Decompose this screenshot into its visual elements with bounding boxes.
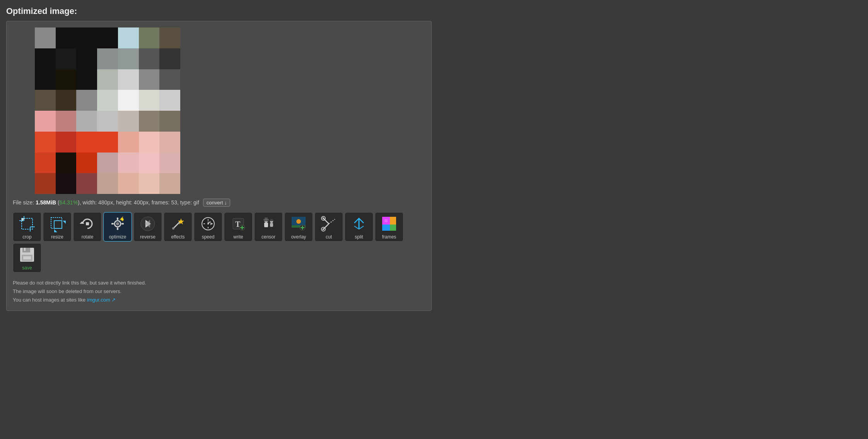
resize-tool-button[interactable]: resize [43,212,72,242]
crop-icon [18,215,36,233]
cut-label: cut [326,234,332,240]
censor-label: censor [261,234,275,240]
file-size-label: File size: [13,199,34,206]
convert-button[interactable]: convert ↓ [203,199,231,207]
reverse-label: reverse [140,234,155,240]
rotate-label: rotate [82,234,94,240]
cut-tool-button[interactable]: cut [314,212,343,242]
svg-point-92 [207,223,209,225]
save-tool-button[interactable]: save [13,243,41,273]
svg-rect-99 [264,223,268,227]
rotate-icon [79,215,96,233]
svg-rect-35 [35,132,56,153]
svg-rect-0 [35,27,56,48]
svg-rect-38 [97,132,118,153]
svg-rect-28 [35,111,56,132]
censor-tool-button[interactable]: censor [254,212,283,242]
svg-marker-64 [63,221,66,224]
svg-rect-56 [22,218,32,229]
svg-rect-132 [24,248,26,251]
svg-point-69 [116,222,119,225]
svg-line-117 [329,219,335,224]
page-title: Optimized image: [6,6,862,16]
split-icon [350,215,368,233]
svg-rect-18 [118,69,139,90]
svg-rect-49 [35,173,56,194]
svg-point-76 [121,218,123,220]
svg-rect-4 [118,27,139,48]
svg-rect-40 [139,132,160,153]
svg-rect-29 [56,111,77,132]
svg-rect-6 [159,27,180,48]
write-label: write [233,234,243,240]
reverse-tool-button[interactable]: reverse [133,212,162,242]
svg-rect-15 [56,69,77,90]
file-width: 480px [98,199,113,206]
speed-icon [199,215,217,233]
split-label: split [355,234,363,240]
svg-rect-47 [139,153,160,173]
svg-rect-22 [56,90,77,111]
svg-rect-21 [35,90,56,111]
svg-rect-44 [76,153,97,173]
rotate-tool-button[interactable]: rotate [73,212,102,242]
file-size-value: 1.58MiB [36,199,56,206]
imgur-link[interactable]: imgur.com ↗ [87,297,116,303]
svg-rect-106 [270,223,273,227]
cut-icon [320,215,338,233]
svg-point-121 [323,228,324,230]
frames-icon [380,215,398,233]
overlay-tool-button[interactable]: overlay [284,212,313,242]
frames-label: frames [382,234,396,240]
svg-rect-55 [159,173,180,194]
svg-rect-1 [56,27,77,48]
svg-rect-53 [118,173,139,194]
svg-rect-32 [118,111,139,132]
svg-rect-129 [384,219,388,222]
resize-label: resize [51,234,63,240]
file-type: gif [193,199,199,206]
file-info: File size: 1.58MiB (64.31%), width: 480p… [13,199,425,207]
crop-tool-button[interactable]: crop [13,212,41,242]
svg-point-110 [296,219,301,224]
write-tool-button[interactable]: T write [224,212,253,242]
notice-line3-prefix: You can host images at sites like [13,297,85,303]
preview-image [13,27,202,194]
svg-rect-50 [56,173,77,194]
svg-rect-101 [265,218,268,220]
svg-rect-9 [76,48,97,69]
svg-rect-17 [97,69,118,90]
optimize-label: optimize [109,234,126,240]
svg-rect-48 [159,153,180,173]
save-label: save [22,265,32,271]
svg-rect-67 [86,222,89,225]
optimize-tool-button[interactable]: optimize [103,212,132,242]
resize-icon [48,215,66,233]
optimize-icon [109,215,126,233]
save-icon [18,246,36,264]
svg-rect-19 [139,69,160,90]
svg-rect-12 [139,48,160,69]
svg-rect-62 [51,218,62,228]
frames-tool-button[interactable]: frames [375,212,403,242]
notice-line3: You can host images at sites like imgur.… [13,296,425,304]
svg-line-123 [354,226,359,229]
svg-point-120 [323,218,324,219]
overlay-icon [290,215,308,233]
image-area [13,27,425,194]
speed-label: speed [202,234,215,240]
svg-rect-34 [159,111,180,132]
effects-tool-button[interactable]: effects [164,212,192,242]
svg-rect-63 [54,221,62,228]
svg-rect-131 [22,248,30,252]
svg-rect-11 [118,48,139,69]
split-tool-button[interactable]: split [345,212,373,242]
svg-rect-20 [159,69,180,90]
speed-tool-button[interactable]: speed [194,212,222,242]
notice-line1: Please do not directly link this file, b… [13,279,425,287]
svg-rect-8 [56,48,77,69]
svg-rect-128 [390,225,396,231]
svg-rect-46 [118,153,139,173]
svg-rect-25 [118,90,139,111]
svg-rect-14 [35,69,56,90]
